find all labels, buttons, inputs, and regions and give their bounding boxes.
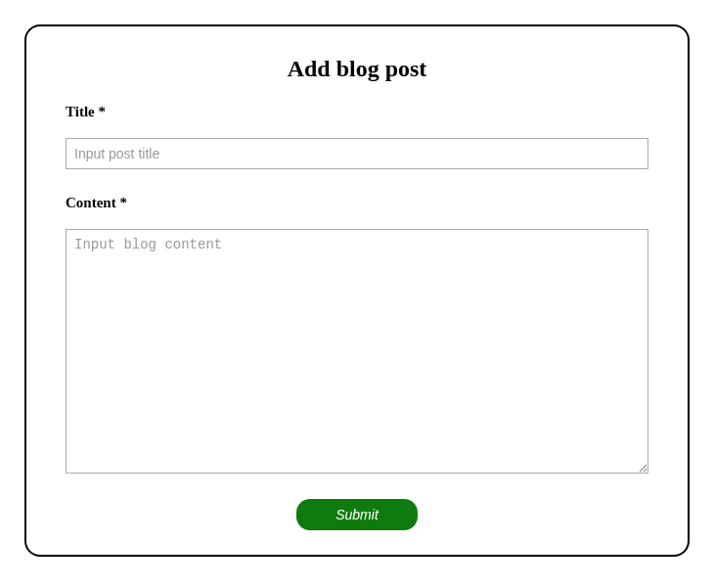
content-textarea[interactable] bbox=[66, 229, 648, 474]
add-blog-post-card: Add blog post Title * Content * Submit bbox=[24, 24, 690, 557]
submit-button[interactable]: Submit bbox=[296, 499, 418, 530]
title-input[interactable] bbox=[66, 138, 648, 169]
content-label: Content * bbox=[66, 195, 648, 211]
submit-row: Submit bbox=[66, 499, 648, 530]
title-label: Title * bbox=[66, 104, 648, 120]
page-title: Add blog post bbox=[66, 56, 648, 82]
